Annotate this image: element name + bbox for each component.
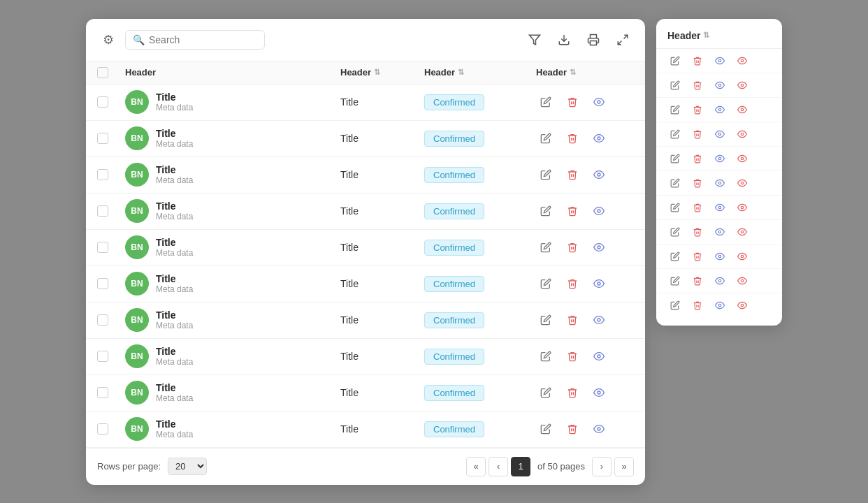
side-view-button1-4[interactable] <box>712 151 728 166</box>
side-view-button1-5[interactable] <box>712 175 728 191</box>
row-checkbox-4[interactable] <box>97 242 108 253</box>
select-all-checkbox[interactable] <box>97 67 108 78</box>
side-edit-button-0[interactable] <box>667 53 683 68</box>
row-checkbox-1[interactable] <box>97 133 108 144</box>
side-edit-button-1[interactable] <box>667 78 683 93</box>
view-button-6[interactable] <box>589 310 609 330</box>
edit-button-8[interactable] <box>536 383 556 402</box>
expand-button[interactable] <box>612 29 634 51</box>
side-edit-button-2[interactable] <box>667 102 683 117</box>
side-delete-button-2[interactable] <box>690 102 705 117</box>
view-button-2[interactable] <box>589 165 609 184</box>
edit-button-5[interactable] <box>536 274 556 293</box>
side-view-button2-10[interactable] <box>735 298 750 313</box>
edit-button-3[interactable] <box>536 201 556 221</box>
side-view-button1-6[interactable] <box>712 200 728 215</box>
side-delete-button-3[interactable] <box>690 126 705 142</box>
side-view-button1-8[interactable] <box>712 249 728 264</box>
row-checkbox-6[interactable] <box>97 314 108 326</box>
side-view-button1-1[interactable] <box>712 78 728 93</box>
side-delete-button-0[interactable] <box>690 53 705 68</box>
side-delete-button-4[interactable] <box>690 151 705 166</box>
next-page-button[interactable]: › <box>592 457 612 476</box>
prev-page-button[interactable]: ‹ <box>489 457 508 476</box>
edit-button-6[interactable] <box>536 310 556 330</box>
row-checkbox-8[interactable] <box>97 387 108 398</box>
view-button-0[interactable] <box>589 92 609 112</box>
last-page-button[interactable]: » <box>614 457 634 476</box>
side-view-button1-2[interactable] <box>712 102 728 117</box>
view-button-8[interactable] <box>589 383 609 402</box>
row-checkbox-0[interactable] <box>97 96 108 108</box>
row-checkbox-7[interactable] <box>97 351 108 362</box>
side-delete-button-8[interactable] <box>690 249 705 264</box>
side-view-button2-3[interactable] <box>735 126 750 142</box>
side-delete-button-1[interactable] <box>690 78 705 93</box>
side-view-button2-7[interactable] <box>735 224 750 240</box>
settings-button[interactable]: ⚙ <box>97 29 120 51</box>
view-button-1[interactable] <box>589 129 609 148</box>
side-view-button2-4[interactable] <box>735 151 750 166</box>
col-header-2[interactable]: Header ⇅ <box>340 67 424 78</box>
side-delete-button-6[interactable] <box>690 200 705 215</box>
side-view-button2-2[interactable] <box>735 102 750 117</box>
row-checkbox-3[interactable] <box>97 205 108 217</box>
row-checkbox-9[interactable] <box>97 423 108 435</box>
delete-button-3[interactable] <box>563 201 582 221</box>
row-checkbox-2[interactable] <box>97 169 108 180</box>
view-button-4[interactable] <box>589 238 609 257</box>
side-view-button2-6[interactable] <box>735 200 750 215</box>
side-edit-button-9[interactable] <box>667 273 683 289</box>
side-edit-button-6[interactable] <box>667 200 683 215</box>
search-input[interactable] <box>149 34 257 45</box>
side-view-button2-5[interactable] <box>735 175 750 191</box>
side-delete-button-7[interactable] <box>690 224 705 240</box>
delete-button-8[interactable] <box>563 383 582 402</box>
first-page-button[interactable]: « <box>466 457 486 476</box>
edit-button-2[interactable] <box>536 165 556 184</box>
side-view-button2-1[interactable] <box>735 78 750 93</box>
side-edit-button-7[interactable] <box>667 224 683 240</box>
edit-button-1[interactable] <box>536 129 556 148</box>
side-edit-button-3[interactable] <box>667 126 683 142</box>
side-view-button1-10[interactable] <box>712 298 728 313</box>
edit-button-0[interactable] <box>536 92 556 112</box>
view-button-5[interactable] <box>589 274 609 293</box>
side-view-button1-7[interactable] <box>712 224 728 240</box>
side-edit-button-10[interactable] <box>667 298 683 313</box>
delete-button-6[interactable] <box>563 310 582 330</box>
view-button-7[interactable] <box>589 347 609 366</box>
print-button[interactable] <box>582 29 605 51</box>
side-edit-button-5[interactable] <box>667 175 683 191</box>
delete-button-1[interactable] <box>563 129 582 148</box>
side-view-button2-9[interactable] <box>735 273 750 289</box>
delete-button-4[interactable] <box>563 238 582 257</box>
delete-button-2[interactable] <box>563 165 582 184</box>
delete-button-7[interactable] <box>563 347 582 366</box>
delete-button-0[interactable] <box>563 92 582 112</box>
view-button-3[interactable] <box>589 201 609 221</box>
rows-per-page-select[interactable]: 20 50 100 <box>168 458 207 475</box>
side-edit-button-4[interactable] <box>667 151 683 166</box>
side-edit-button-8[interactable] <box>667 249 683 264</box>
edit-button-4[interactable] <box>536 238 556 257</box>
edit-button-7[interactable] <box>536 347 556 366</box>
side-delete-button-10[interactable] <box>690 298 705 313</box>
side-delete-button-9[interactable] <box>690 273 705 289</box>
side-view-button2-8[interactable] <box>735 249 750 264</box>
current-page-button[interactable]: 1 <box>511 457 530 476</box>
download-button[interactable] <box>553 29 575 51</box>
side-view-button1-0[interactable] <box>712 53 728 68</box>
view-button-9[interactable] <box>589 419 609 439</box>
side-view-button2-0[interactable] <box>735 53 750 68</box>
side-view-button1-9[interactable] <box>712 273 728 289</box>
side-delete-button-5[interactable] <box>690 175 705 191</box>
col-header-3[interactable]: Header ⇅ <box>424 67 536 78</box>
row-checkbox-5[interactable] <box>97 278 108 289</box>
filter-button[interactable] <box>523 29 546 51</box>
delete-button-9[interactable] <box>563 419 582 439</box>
side-view-button1-3[interactable] <box>712 126 728 142</box>
delete-button-5[interactable] <box>563 274 582 293</box>
edit-button-9[interactable] <box>536 419 556 439</box>
col-header-4[interactable]: Header ⇅ <box>536 67 634 78</box>
